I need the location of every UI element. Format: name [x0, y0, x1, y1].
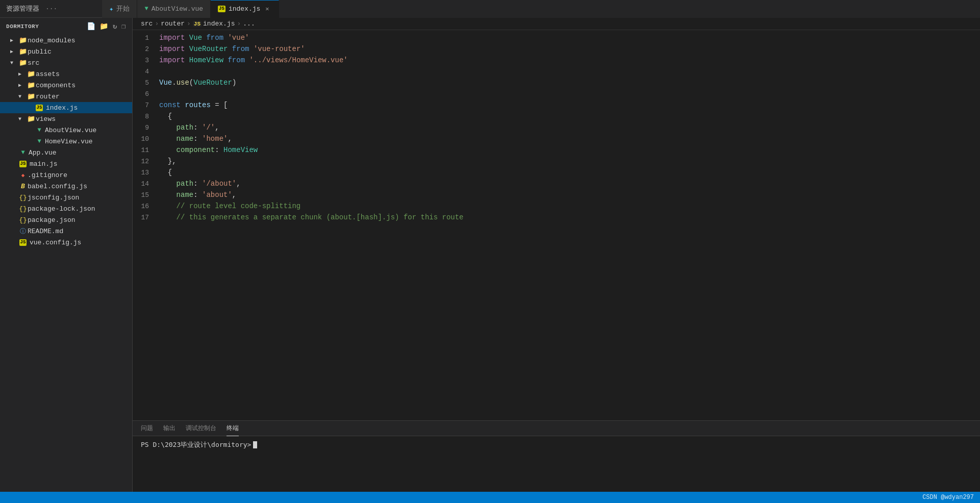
tab-start-label: 开始: [116, 4, 130, 13]
expand-arrow: ▼: [10, 60, 18, 66]
tree-label: AboutView.vue: [45, 127, 96, 134]
sidebar-item-components[interactable]: ▶ 📁 components: [0, 80, 132, 91]
sidebar-item-homeview[interactable]: ▶ ▼ HomeView.vue: [0, 136, 132, 147]
folder-icon: 📁: [27, 115, 36, 123]
code-line: 2import VueRouter from 'vue-router': [133, 43, 980, 55]
sidebar: DORMITORY 📄 📁 ↻ ❐ ▶ 📁 node_modules ▶ 📁 p…: [0, 18, 133, 492]
tree-label: .gitignore: [28, 171, 67, 179]
sidebar-item-mainjs[interactable]: ▶ JS main.js: [0, 158, 132, 169]
line-number: 12: [133, 156, 157, 167]
new-folder-icon[interactable]: 📁: [99, 22, 109, 31]
line-number: 6: [133, 89, 157, 100]
tree-label: router: [36, 93, 60, 100]
tree-label: views: [36, 115, 56, 123]
tab-indexjs[interactable]: JS index.js ✕: [211, 0, 279, 18]
sidebar-item-jsconfig[interactable]: ▶ {} jsconfig.json: [0, 192, 132, 203]
terminal-prompt: PS D:\2023毕业设计\dormitory>: [141, 440, 972, 449]
line-number: 15: [133, 190, 157, 201]
expand-arrow: ▼: [18, 94, 27, 99]
tree-label: App.vue: [29, 149, 57, 157]
tree-label: assets: [36, 70, 60, 78]
tree-label: components: [36, 82, 76, 89]
tree-label: src: [28, 59, 39, 67]
code-line: 10 name: 'home',: [133, 133, 980, 144]
sidebar-item-appvue[interactable]: ▶ ▼ App.vue: [0, 147, 132, 158]
code-line: 17 // this generates a separate chunk (a…: [133, 212, 980, 223]
sidebar-item-packagejson[interactable]: ▶ {} package.json: [0, 214, 132, 225]
code-line: 11 component: HomeView: [133, 144, 980, 156]
collapse-icon[interactable]: ❐: [121, 22, 126, 31]
line-content: {: [157, 167, 980, 178]
line-number: 2: [133, 44, 157, 55]
collapse-arrow: ▶: [18, 82, 27, 88]
sidebar-item-views[interactable]: ▼ 📁 views: [0, 113, 132, 124]
vue-icon: ▼: [144, 5, 148, 12]
vue-icon: ▼: [35, 138, 44, 145]
panel-tab-output[interactable]: 输出: [163, 421, 175, 436]
sidebar-item-assets[interactable]: ▶ 📁 assets: [0, 68, 132, 80]
line-number: 10: [133, 134, 157, 145]
sidebar-item-gitignore[interactable]: ▶ ◆ .gitignore: [0, 169, 132, 181]
line-content: [157, 88, 980, 99]
sidebar-item-src[interactable]: ▼ 📁 src: [0, 57, 132, 68]
sidebar-item-node_modules[interactable]: ▶ 📁 node_modules: [0, 35, 132, 46]
sidebar-item-indexjs[interactable]: ▶ JS index.js: [0, 102, 132, 113]
tree-label: main.js: [30, 160, 58, 168]
code-line: 5Vue.use(VueRouter): [133, 77, 980, 88]
sidebar-item-router[interactable]: ▼ 📁 router: [0, 91, 132, 102]
sidebar-item-aboutview[interactable]: ▶ ▼ AboutView.vue: [0, 124, 132, 136]
sidebar-item-public[interactable]: ▶ 📁 public: [0, 46, 132, 57]
code-line: 9 path: '/',: [133, 122, 980, 133]
vue-icon: ▼: [18, 149, 28, 156]
line-content: import VueRouter from 'vue-router': [157, 43, 980, 55]
code-line: 15 name: 'about',: [133, 189, 980, 200]
panel-tab-terminal[interactable]: 终端: [227, 421, 239, 436]
refresh-icon[interactable]: ↻: [113, 22, 117, 31]
code-line: 1import Vue from 'vue': [133, 32, 980, 43]
project-title: DORMITORY: [6, 23, 39, 30]
tree-label: public: [28, 48, 52, 56]
code-line: 4: [133, 66, 980, 77]
cursor-block: [253, 441, 257, 448]
explorer-section: 资源管理器 ···: [0, 4, 102, 13]
tab-indexjs-label: index.js: [229, 5, 260, 13]
title-bar: 资源管理器 ··· ✦ 开始 ▼ AboutView.vue JS index.…: [0, 0, 980, 18]
tab-aboutview-label: AboutView.vue: [152, 5, 203, 13]
js-file-icon: JS: [18, 161, 28, 167]
tab-start[interactable]: ✦ 开始: [102, 0, 137, 18]
sidebar-item-packagelock[interactable]: ▶ {} package-lock.json: [0, 203, 132, 214]
close-tab-button[interactable]: ✕: [263, 4, 271, 14]
line-content: {: [157, 111, 980, 122]
status-right-text: CSDN @wdyan297: [922, 494, 974, 501]
json-icon: {}: [18, 216, 28, 224]
explorer-menu-button[interactable]: ···: [45, 5, 61, 13]
editor-area: src › router › JS index.js › ... 1import…: [133, 18, 980, 492]
terminal-content[interactable]: PS D:\2023毕业设计\dormitory>: [133, 436, 980, 492]
line-content: Vue.use(VueRouter): [157, 77, 980, 88]
code-line: 3import HomeView from '../views/HomeView…: [133, 55, 980, 66]
line-content: path: '/',: [157, 122, 980, 133]
breadcrumb-js-icon: JS: [193, 21, 202, 27]
folder-icon: 📁: [27, 92, 36, 100]
sidebar-item-babelconfig[interactable]: ▶ B babel.config.js: [0, 181, 132, 192]
new-file-icon[interactable]: 📄: [87, 22, 96, 31]
tree-label: index.js: [46, 104, 78, 112]
breadcrumb-dots: ...: [243, 20, 255, 28]
code-editor[interactable]: 1import Vue from 'vue'2import VueRouter …: [133, 30, 980, 420]
sidebar-item-readme[interactable]: ▶ ⓘ README.md: [0, 225, 132, 237]
line-number: 4: [133, 66, 157, 78]
line-number: 1: [133, 33, 157, 44]
tab-aboutview[interactable]: ▼ AboutView.vue: [137, 0, 211, 18]
code-line: 12 },: [133, 156, 980, 167]
vue-icon: ▼: [35, 127, 44, 134]
tree-label: jsconfig.json: [28, 194, 79, 202]
line-number: 13: [133, 167, 157, 179]
tree-label: HomeView.vue: [45, 138, 93, 145]
sidebar-item-vueconfig[interactable]: ▶ JS vue.config.js: [0, 237, 132, 248]
collapse-arrow: ▶: [18, 71, 27, 77]
line-number: 14: [133, 179, 157, 190]
panel-tab-debug[interactable]: 调试控制台: [186, 421, 216, 436]
tree-label: package.json: [28, 216, 76, 224]
code-line: 8 {: [133, 111, 980, 122]
panel-tab-problems[interactable]: 问题: [141, 421, 153, 436]
